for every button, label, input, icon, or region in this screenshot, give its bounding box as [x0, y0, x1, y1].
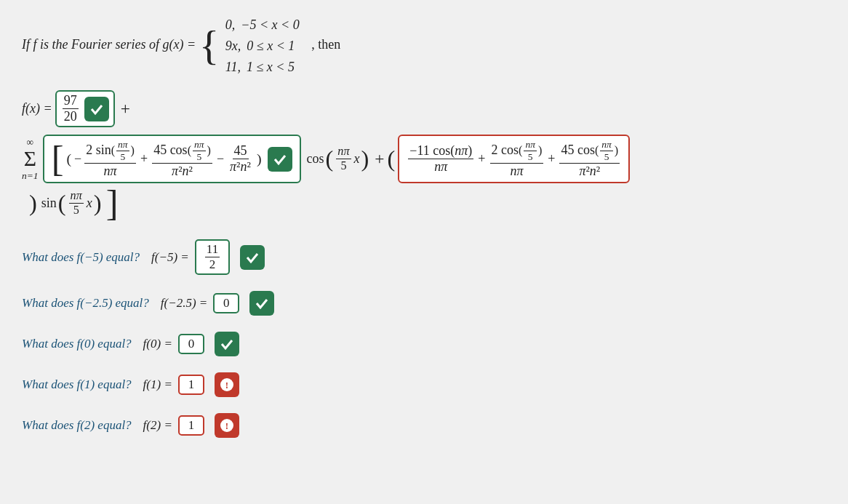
q2-expr: f(−2.5) =: [161, 296, 208, 311]
q2-answer-box[interactable]: 0: [213, 293, 239, 313]
q1-answer-box[interactable]: 11 2: [195, 239, 230, 275]
constant-numerator: 97: [63, 93, 79, 109]
brace-left: {: [199, 23, 220, 68]
red-series-box[interactable]: −11 cos(nπ) nπ + 2 cos(nπ5) nπ + 45 cos(…: [398, 135, 630, 183]
bracket-open: [: [52, 143, 64, 175]
question-3: What does f(0) equal? f(0) = 0: [22, 332, 826, 356]
sin-frac: nπ 5: [69, 189, 84, 217]
cos-frac: nπ 5: [336, 145, 351, 173]
series-line: ∞ Σ n=1 [ ( − 2 sin(nπ5) nπ + 45 cos(nπ5…: [22, 135, 826, 183]
q3-answer-box[interactable]: 0: [178, 334, 204, 354]
outer-paren-open: (: [388, 148, 396, 169]
green-series-box[interactable]: [ ( − 2 sin(nπ5) nπ + 45 cos(nπ5) π²n² −…: [43, 135, 301, 183]
constant-denominator: 20: [63, 109, 79, 124]
plus-3: +: [478, 151, 485, 167]
sin-line: ) sin ( nπ 5 x ) ]: [22, 188, 826, 219]
q3-expr: f(0) =: [143, 337, 172, 351]
sigma-symbol: ∞ Σ n=1: [22, 137, 39, 182]
q1-answer-frac: 11 2: [205, 242, 220, 272]
sin-term1-frac: −11 cos(nπ) nπ: [408, 143, 473, 175]
paren-close-1: ): [257, 151, 262, 167]
plus-4: +: [548, 151, 555, 167]
piecewise-function: 0, −5 < x < 0 9x, 0 ≤ x < 1 11, 1 ≤ x < …: [225, 15, 300, 77]
q2-check-btn[interactable]: [249, 291, 274, 316]
term1: − 2 sin(nπ5) nπ: [74, 139, 137, 179]
constant-fraction: 97 20: [63, 93, 79, 124]
q5-text: What does f(2) equal?: [22, 418, 132, 433]
piecewise-row-3: 11, 1 ≤ x < 5: [225, 57, 300, 78]
svg-text:!: !: [225, 380, 228, 391]
svg-text:!: !: [225, 420, 228, 431]
q5-answer-box[interactable]: 1: [178, 415, 204, 436]
then-text: , then: [311, 37, 340, 52]
q3-text: What does f(0) equal?: [22, 337, 132, 351]
problem-statement: If f is the Fourier series of g(x) = { 0…: [22, 15, 826, 77]
sin-term3-frac: 45 cos(nπ5) π²n²: [559, 139, 620, 179]
cos-term: cos ( nπ 5 x ): [307, 145, 369, 173]
q4-expr: f(1) =: [143, 377, 172, 392]
sin-term2-frac: 2 cos(nπ5) nπ: [490, 139, 544, 179]
fx-line: f(x) = 97 20 +: [22, 90, 826, 127]
q4-text: What does f(1) equal?: [22, 377, 132, 392]
question-5: What does f(2) equal? f(2) = 1 !: [22, 413, 826, 438]
term1-frac: 2 sin(nπ5) nπ: [84, 139, 136, 179]
plus-after-constant: +: [121, 99, 130, 119]
paren-open-1: (: [66, 151, 71, 167]
term3-frac: 45 π²n²: [228, 143, 252, 175]
q2-text: What does f(−2.5) equal?: [22, 296, 149, 311]
question-1: What does f(−5) equal? f(−5) = 11 2: [22, 239, 826, 275]
outer-paren-close: ): [29, 193, 37, 214]
problem-intro: If f is the Fourier series of g(x) =: [22, 37, 199, 52]
q3-check-btn[interactable]: [215, 332, 239, 356]
piecewise-row-1: 0, −5 < x < 0: [225, 15, 300, 36]
q4-alert-btn[interactable]: !: [215, 372, 239, 397]
fx-label: f(x) =: [22, 101, 52, 116]
plus-1: +: [140, 151, 148, 167]
q5-alert-btn[interactable]: !: [215, 413, 239, 438]
question-2: What does f(−2.5) equal? f(−2.5) = 0: [22, 291, 826, 316]
q1-check-btn[interactable]: [240, 245, 265, 270]
term2-frac: 45 cos(nπ5) π²n²: [152, 139, 212, 179]
plus-2: +: [375, 149, 384, 169]
constant-box[interactable]: 97 20: [55, 90, 115, 127]
constant-check-btn[interactable]: [84, 97, 109, 121]
question-4: What does f(1) equal? f(1) = 1 !: [22, 372, 826, 397]
q1-expr: f(−5) =: [151, 250, 189, 265]
q4-answer-box[interactable]: 1: [178, 375, 204, 395]
sin-term: sin ( nπ 5 x ): [41, 189, 102, 217]
minus-1: −: [217, 151, 224, 167]
q5-expr: f(2) =: [143, 418, 172, 433]
bracket-close: ]: [106, 188, 119, 219]
q1-text: What does f(−5) equal?: [22, 250, 140, 265]
piecewise-row-2: 9x, 0 ≤ x < 1: [225, 36, 300, 57]
series-check-btn[interactable]: [268, 147, 292, 172]
